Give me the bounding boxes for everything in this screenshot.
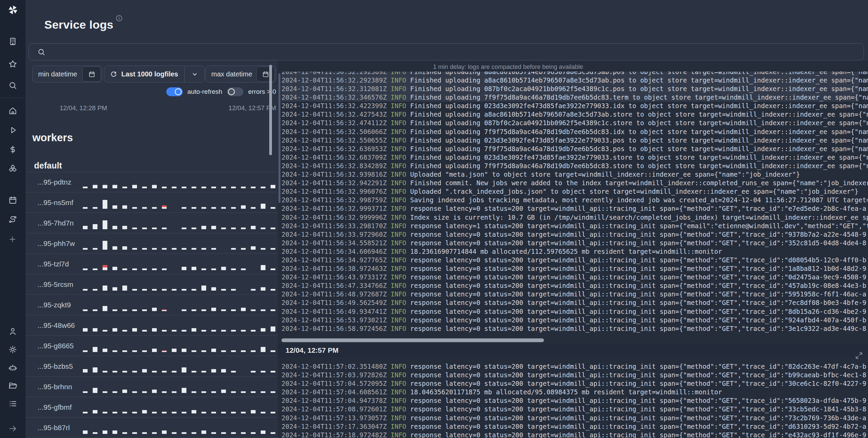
- sparkline-bar: [221, 390, 226, 393]
- worker-row[interactable]: ...95-5rcsm: [26, 274, 278, 295]
- sparkline-bar: [271, 326, 275, 332]
- flows-route-icon[interactable]: [8, 215, 17, 224]
- sparkline-bar: [83, 369, 88, 373]
- max-datetime-input[interactable]: [206, 70, 256, 78]
- sparkline-gap: [172, 270, 177, 270]
- sparkline-bar: [93, 347, 97, 352]
- favorites-star-icon[interactable]: [8, 59, 17, 69]
- add-plus-icon[interactable]: [8, 235, 17, 244]
- sparkline-bar: [152, 185, 157, 188]
- auto-refresh-toggle[interactable]: [166, 87, 183, 96]
- left-panel-scrollbar[interactable]: [269, 65, 272, 155]
- log-line: 2024-12-04T11:56:58.972456Z INFO respons…: [281, 324, 868, 333]
- min-datetime-calendar-button[interactable]: [82, 67, 101, 82]
- worker-row[interactable]: ...95-48w66: [26, 315, 278, 336]
- sparkline-bar: [271, 207, 275, 209]
- worker-activity-sparkline: [83, 347, 275, 356]
- worker-row[interactable]: ...95-phh7w: [26, 233, 278, 254]
- worker-row[interactable]: ...95-brhnn: [26, 377, 278, 397]
- worker-row[interactable]: ...95-gfbmf: [26, 397, 278, 418]
- sparkline-bar: [241, 350, 246, 352]
- worker-row[interactable]: ...95-zqkt9: [26, 295, 278, 315]
- worker-row[interactable]: ...95-b87rl: [26, 418, 278, 438]
- home-icon[interactable]: [8, 106, 17, 115]
- sparkline-bar: [103, 306, 107, 311]
- sparkline-bar: [271, 371, 275, 373]
- workers-heading: workers: [32, 132, 73, 144]
- worker-activity-sparkline: [83, 388, 275, 397]
- sparkline-bar: [271, 350, 275, 352]
- log-line: 2024-12-04T11:56:32.999371Z INFO respons…: [281, 204, 868, 213]
- sparkline-bar: [152, 268, 157, 270]
- workspaces-buildings-icon[interactable]: [8, 37, 17, 46]
- worker-name: ...95-5rcsm: [26, 280, 80, 289]
- search-input[interactable]: [50, 48, 864, 56]
- worker-row[interactable]: ...95-pdtnz: [26, 172, 278, 192]
- info-icon[interactable]: [115, 14, 123, 24]
- schedules-calendar-icon[interactable]: [8, 195, 17, 205]
- sparkline-bar: [112, 287, 117, 291]
- sparkline-bar: [103, 349, 107, 352]
- sparkline-bar: [182, 228, 186, 229]
- log-line: 2024-12-04T11:56:32.939816Z INFO Uploade…: [281, 170, 868, 179]
- search-icon: [37, 48, 46, 56]
- sparkline-bar: [83, 430, 88, 434]
- logfiles-select-button[interactable]: Last 1000 logfiles: [104, 65, 205, 83]
- log-line: 2024-12-04T11:56:32.474112Z INFO Finishe…: [281, 119, 868, 127]
- workers-robot-icon[interactable]: [8, 363, 17, 372]
- windmill-logo-icon[interactable]: [7, 4, 19, 16]
- sparkline-bar: [251, 187, 256, 188]
- log-line: 2024-12-04T11:56:32.422399Z INFO Finishe…: [281, 102, 868, 110]
- worker-row[interactable]: ...95-7hd7n: [26, 213, 278, 233]
- worker-activity-sparkline: [83, 185, 275, 192]
- logfiles-dropdown-toggle[interactable]: [184, 66, 204, 82]
- log-section-2: 2024-12-04T11:57:02.351480Z INFO respons…: [281, 362, 868, 438]
- search-bar: [29, 43, 864, 60]
- sparkline-bar: [261, 347, 265, 352]
- log-section-2-header: 12/04, 12:57 PM: [278, 344, 868, 357]
- sparkline-bar: [142, 369, 147, 373]
- folders-icon[interactable]: [8, 381, 17, 390]
- sparkline-bar: [103, 330, 107, 332]
- log-line: 2024-12-04T11:56:32.550655Z INFO Finishe…: [281, 136, 868, 145]
- sparkline-bar: [93, 289, 97, 291]
- sparkline-bar: [132, 248, 137, 250]
- worker-row[interactable]: ...95-ns5mf: [26, 192, 278, 213]
- resources-cubes-icon[interactable]: [8, 164, 17, 174]
- sparkline-bar: [271, 432, 275, 434]
- worker-row[interactable]: ...95-g8665: [26, 336, 278, 356]
- log-line: 2024-12-04T11:56:49.562549Z INFO respons…: [281, 298, 868, 307]
- sparkline-bar: [211, 308, 216, 311]
- worker-activity-sparkline: [83, 410, 275, 417]
- worker-row[interactable]: ...95-bzbs5: [26, 356, 278, 377]
- search-icon[interactable]: [8, 81, 17, 90]
- worker-row[interactable]: ...95-tzl7d: [26, 254, 278, 274]
- sparkline-bar: [172, 412, 177, 413]
- sparkline-bar: [142, 350, 147, 352]
- settings-gear-icon[interactable]: [8, 345, 17, 354]
- log-horizontal-scrollbar[interactable]: [281, 338, 544, 342]
- sparkline-bar: [251, 309, 256, 311]
- sparkline-bar: [162, 248, 167, 250]
- expand-icon[interactable]: [855, 351, 863, 361]
- sidebar-divider: [0, 98, 26, 98]
- runs-play-icon[interactable]: [8, 126, 17, 135]
- user-icon[interactable]: [8, 327, 17, 336]
- sparkline-bar: [152, 371, 157, 373]
- logs-list-icon[interactable]: [8, 399, 17, 408]
- sparkline-bar: [211, 330, 216, 332]
- sparkline-bar: [251, 330, 256, 332]
- sparkline-bar: [172, 330, 177, 332]
- errors-toggle[interactable]: [227, 87, 243, 96]
- dollar-icon[interactable]: [8, 145, 17, 154]
- sparkline-bar: [122, 371, 127, 373]
- sparkline-bar: [201, 207, 206, 209]
- sparkline-bar: [93, 248, 97, 250]
- sparkline-bar: [122, 330, 127, 332]
- worker-name: ...95-zqkt9: [26, 301, 80, 309]
- log-vertical-scrollbar[interactable]: [278, 73, 280, 203]
- sparkline-gap: [172, 229, 177, 229]
- collapse-arrow-icon[interactable]: [8, 424, 17, 433]
- min-datetime-input[interactable]: [33, 70, 82, 78]
- sparkline-bar: [162, 350, 167, 352]
